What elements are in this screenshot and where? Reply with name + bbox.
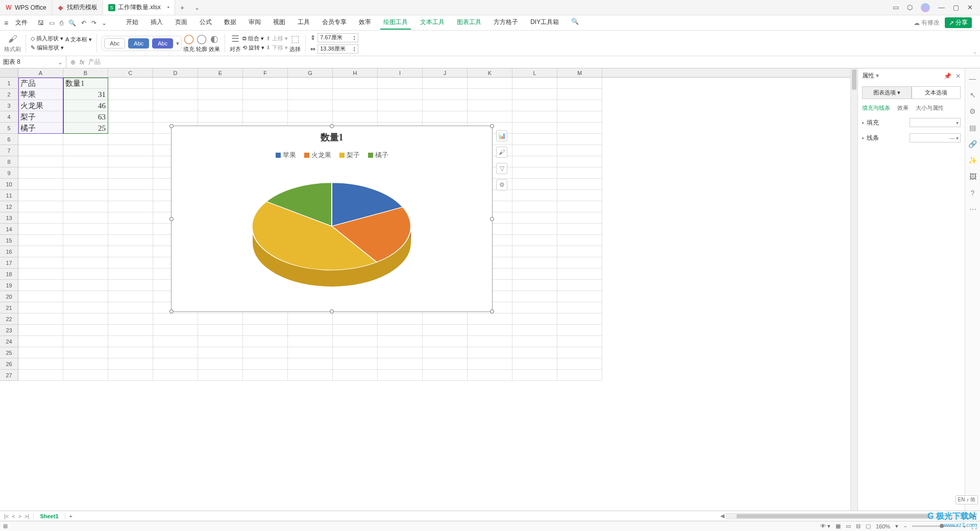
row-header[interactable]: 26 [0, 358, 18, 370]
cell[interactable] [557, 201, 602, 212]
fx-expand-icon[interactable]: ⊕ [70, 59, 76, 66]
row-header[interactable]: 16 [0, 246, 18, 257]
column-header[interactable]: J [423, 68, 468, 77]
chart-filter-button[interactable]: ▽ [496, 163, 507, 174]
cell[interactable] [63, 190, 108, 201]
horizontal-scrollbar[interactable] [726, 513, 971, 519]
width-input[interactable]: 13.38厘米▲▼ [317, 44, 358, 54]
row-header[interactable]: 11 [0, 190, 18, 201]
cell[interactable] [423, 325, 468, 336]
row-header[interactable]: 23 [0, 325, 18, 336]
collapse-panel-icon[interactable]: — [969, 75, 976, 83]
cell[interactable] [333, 325, 378, 336]
cell[interactable] [63, 269, 108, 280]
row-header[interactable]: 10 [0, 179, 18, 190]
tab-tools[interactable]: 工具 [295, 16, 313, 30]
cell[interactable] [63, 212, 108, 224]
cursor-tool-icon[interactable]: ↖ [970, 91, 976, 99]
cell[interactable] [153, 358, 198, 370]
chart-style-button[interactable]: 🖌 [496, 147, 507, 158]
tab-chart-options[interactable]: 图表选项 ▾ [862, 86, 912, 99]
cell[interactable] [557, 111, 602, 123]
cell[interactable] [557, 145, 602, 156]
new-icon[interactable]: ▭ [49, 19, 55, 27]
pin-icon[interactable]: 📌 [944, 73, 951, 80]
scroll-thumb[interactable] [737, 514, 930, 518]
cell[interactable] [108, 134, 153, 145]
zoom-dropdown-icon[interactable]: ▾ [895, 523, 898, 529]
cell[interactable] [18, 336, 63, 347]
cell[interactable] [557, 291, 602, 302]
column-header[interactable]: E [198, 68, 243, 77]
cell[interactable] [557, 269, 602, 280]
cell[interactable] [198, 313, 243, 325]
cell[interactable] [512, 280, 557, 291]
column-header[interactable]: B [63, 68, 108, 77]
cell[interactable] [198, 78, 243, 89]
cell[interactable] [378, 325, 423, 336]
cell[interactable] [288, 78, 333, 89]
cell[interactable] [108, 269, 153, 280]
cell[interactable] [63, 358, 108, 370]
cell[interactable]: 梨子 [18, 111, 63, 123]
cell[interactable] [333, 111, 378, 123]
sheet-nav-first-icon[interactable]: |< [4, 513, 9, 519]
print-icon[interactable]: ⎙ [60, 19, 63, 27]
cell[interactable] [512, 190, 557, 201]
cell[interactable] [378, 111, 423, 123]
row-header[interactable]: 3 [0, 100, 18, 111]
outline-button[interactable]: ◯轮廓 [196, 33, 207, 53]
cell[interactable] [108, 167, 153, 179]
cell[interactable] [108, 123, 153, 134]
cell[interactable] [333, 347, 378, 358]
view-normal-icon[interactable]: ▦ [836, 523, 841, 529]
cell[interactable] [198, 89, 243, 100]
row-header[interactable]: 2 [0, 89, 18, 100]
tab-draw-tools[interactable]: 绘图工具 [380, 16, 411, 30]
cell[interactable] [108, 336, 153, 347]
hscroll-right-icon[interactable]: ▶ [971, 513, 978, 519]
cell[interactable] [512, 291, 557, 302]
cell[interactable] [108, 313, 153, 325]
group-button[interactable]: ⧉组合 ▾ [242, 35, 264, 42]
chart-settings-button[interactable]: ⚙ [496, 179, 507, 190]
shape-style-2[interactable]: Abc [128, 38, 149, 49]
cell[interactable] [512, 370, 557, 381]
status-mode-icon[interactable]: ⊞ [3, 523, 8, 529]
cell[interactable] [557, 302, 602, 313]
cell[interactable] [108, 212, 153, 224]
hamburger-icon[interactable]: ≡ [4, 19, 8, 27]
cell[interactable]: 产品 [18, 78, 63, 89]
cell[interactable] [512, 123, 557, 134]
more-tool-icon[interactable]: ⋯ [969, 205, 976, 213]
cell[interactable] [108, 190, 153, 201]
tab-text-tools[interactable]: 文本工具 [417, 16, 448, 30]
cell[interactable] [153, 111, 198, 123]
cell[interactable] [468, 336, 512, 347]
cell[interactable] [108, 370, 153, 381]
tab-efficiency[interactable]: 效率 [356, 16, 374, 30]
cell[interactable] [288, 313, 333, 325]
cell[interactable] [18, 269, 63, 280]
preview-icon[interactable]: 🔍 [68, 19, 76, 27]
cell[interactable]: 火龙果 [18, 100, 63, 111]
ribbon-search-icon[interactable]: 🔍 [568, 16, 582, 30]
cell[interactable] [512, 134, 557, 145]
cell[interactable] [18, 212, 63, 224]
cell[interactable] [243, 347, 288, 358]
cell[interactable] [63, 145, 108, 156]
select-button[interactable]: ⬚选择 [289, 33, 301, 53]
cell[interactable] [18, 302, 63, 313]
cell[interactable] [18, 347, 63, 358]
move-up-button[interactable]: ⬆上移 ▾ [266, 35, 288, 42]
fullscreen-icon[interactable]: ⛶ [971, 523, 977, 529]
sheet-nav-last-icon[interactable]: >| [24, 513, 29, 519]
cell[interactable] [423, 111, 468, 123]
cell[interactable] [108, 156, 153, 167]
cell[interactable]: 25 [63, 123, 108, 134]
cell[interactable] [108, 111, 153, 123]
cell[interactable] [18, 179, 63, 190]
cell[interactable] [333, 89, 378, 100]
cell[interactable] [63, 235, 108, 246]
formula-input[interactable]: 产品 [88, 58, 976, 66]
